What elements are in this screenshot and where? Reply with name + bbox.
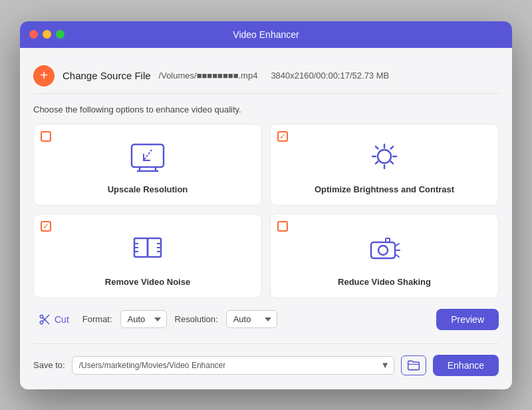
add-source-button[interactable]: + bbox=[33, 65, 55, 87]
resolution-label: Resolution: bbox=[175, 314, 218, 324]
file-info: 3840x2160/00:00:17/52.73 MB bbox=[271, 71, 389, 81]
checkbox-unchecked-upscale bbox=[41, 131, 51, 142]
checkbox-checked-noise: ✓ bbox=[41, 221, 51, 232]
svg-point-24 bbox=[378, 246, 388, 255]
option-upscale-label: Upscale Resolution bbox=[108, 184, 188, 194]
source-bar: + Change Source File /Volumes/■■■■■■■■.m… bbox=[33, 59, 499, 94]
checkbox-brightness[interactable]: ✓ bbox=[277, 131, 289, 143]
checkbox-unchecked-shaking bbox=[277, 221, 288, 232]
preview-button[interactable]: Preview bbox=[436, 309, 499, 330]
svg-line-13 bbox=[376, 161, 378, 163]
svg-rect-25 bbox=[386, 238, 390, 242]
option-upscale[interactable]: Upscale Resolution bbox=[33, 124, 262, 206]
option-noise[interactable]: ✓ Remove Video Noise bbox=[33, 214, 262, 298]
traffic-lights bbox=[29, 30, 65, 39]
film-noise-icon bbox=[129, 232, 166, 269]
main-content: + Change Source File /Volumes/■■■■■■■■.m… bbox=[20, 48, 512, 389]
folder-icon bbox=[407, 359, 420, 371]
resolution-select[interactable]: Auto 720p 1080p 4K bbox=[226, 310, 277, 328]
option-brightness[interactable]: ✓ Optimize Brightness and bbox=[270, 124, 499, 206]
minimize-button[interactable] bbox=[43, 30, 51, 39]
checkbox-shaking[interactable] bbox=[277, 221, 289, 233]
options-grid: Upscale Resolution ✓ bbox=[33, 124, 499, 298]
file-path: /Volumes/■■■■■■■■.mp4 bbox=[159, 71, 258, 81]
checkbox-upscale[interactable] bbox=[41, 131, 53, 143]
svg-rect-23 bbox=[371, 242, 395, 258]
save-path-input[interactable] bbox=[72, 357, 377, 374]
camera-shaking-icon bbox=[366, 232, 403, 269]
close-button[interactable] bbox=[29, 30, 38, 39]
format-select[interactable]: Auto MP4 MOV AVI MKV bbox=[120, 310, 167, 328]
svg-point-5 bbox=[378, 150, 391, 163]
app-window: Video Enhancer + Change Source File /Vol… bbox=[20, 21, 512, 389]
option-shaking[interactable]: Reduce Video Shaking bbox=[270, 214, 499, 298]
svg-line-4 bbox=[144, 150, 152, 160]
option-brightness-label: Optimize Brightness and Contrast bbox=[315, 184, 454, 194]
brightness-icon bbox=[366, 142, 403, 176]
save-path-container: ▼ bbox=[72, 356, 394, 375]
format-label: Format: bbox=[82, 314, 112, 324]
svg-line-10 bbox=[376, 146, 378, 148]
option-noise-label: Remove Video Noise bbox=[105, 277, 190, 287]
toolbar: Cut Format: Auto MP4 MOV AVI MKV Resolut… bbox=[33, 309, 499, 330]
change-source-label: Change Source File bbox=[63, 70, 151, 81]
enhance-button[interactable]: Enhance bbox=[433, 355, 499, 376]
save-to-label: Save to: bbox=[33, 360, 65, 370]
cut-label: Cut bbox=[55, 314, 69, 325]
svg-line-12 bbox=[391, 146, 394, 148]
maximize-button[interactable] bbox=[56, 30, 65, 39]
monitor-upscale-icon bbox=[129, 142, 166, 176]
save-bar: Save to: ▼ Enhance bbox=[33, 343, 499, 376]
folder-browse-button[interactable] bbox=[401, 355, 426, 375]
window-title: Video Enhancer bbox=[233, 29, 299, 40]
cut-button[interactable]: Cut bbox=[33, 311, 74, 328]
save-path-dropdown-button[interactable]: ▼ bbox=[377, 357, 394, 373]
option-shaking-label: Reduce Video Shaking bbox=[338, 277, 431, 287]
checkbox-checked-brightness: ✓ bbox=[277, 131, 288, 142]
instructions-text: Choose the following options to enhance … bbox=[33, 104, 499, 114]
svg-line-11 bbox=[391, 161, 394, 163]
checkbox-noise[interactable]: ✓ bbox=[41, 221, 53, 233]
titlebar: Video Enhancer bbox=[20, 21, 512, 48]
scissors-icon bbox=[39, 313, 51, 325]
